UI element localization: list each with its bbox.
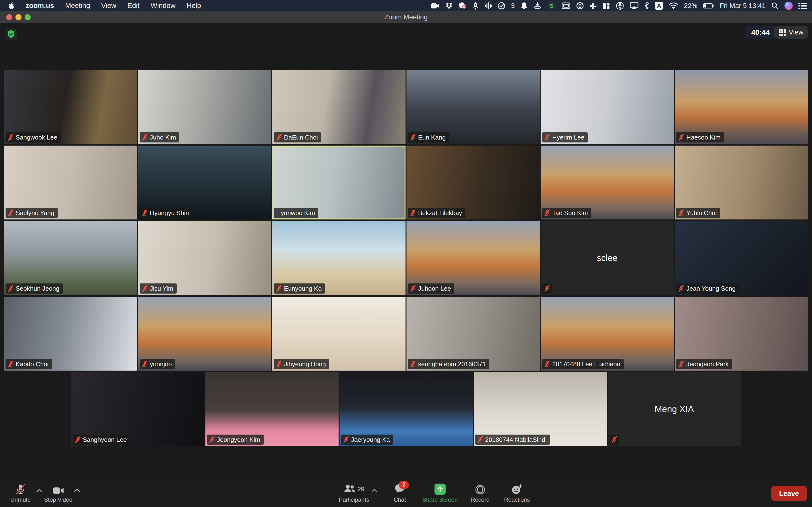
leave-button[interactable]: Leave — [771, 486, 807, 501]
list-menu-icon[interactable] — [799, 1, 807, 10]
participant-tile[interactable]: Jeongeon Park — [675, 297, 808, 371]
chat-button[interactable]: 2 Chat — [386, 484, 414, 503]
participant-tile[interactable]: Eunyoung Ko — [272, 221, 406, 295]
participant-name: Sanghyeon Lee — [83, 436, 127, 444]
dropbox-icon[interactable] — [445, 1, 453, 10]
view-button[interactable]: View — [774, 26, 808, 39]
participant-name-label: Bekzat Tilekbay — [408, 208, 465, 218]
split-layout-icon[interactable] — [603, 1, 610, 10]
record-icon — [475, 484, 485, 495]
participant-tile[interactable]: Sanghyeon Lee — [71, 372, 204, 446]
participant-name: Juhoon Lee — [418, 285, 451, 292]
participant-tile[interactable]: Jeongyeon Kim — [205, 372, 339, 446]
wifi-icon[interactable] — [669, 1, 678, 10]
circle-o-icon[interactable] — [576, 1, 584, 10]
participant-name: Saelyne Yang — [16, 209, 54, 217]
menu-edit[interactable]: Edit — [128, 2, 140, 10]
participant-tile[interactable]: sclee — [541, 221, 674, 295]
chat-notification-icon[interactable]: N — [458, 1, 467, 10]
participant-tile[interactable]: Jaeryoung Ka — [340, 372, 473, 446]
menu-view[interactable]: View — [101, 2, 116, 10]
participant-name: Hyungyu Shin — [150, 209, 189, 217]
participant-tile[interactable]: Sangwook Lee — [4, 70, 137, 144]
audio-waveform-icon[interactable] — [485, 1, 492, 10]
siri-icon[interactable] — [784, 2, 793, 10]
participant-tile[interactable]: Juhoon Lee — [406, 221, 540, 295]
reactions-button[interactable]: Reactions — [503, 484, 531, 503]
check-circle-icon[interactable] — [498, 1, 505, 10]
mic-muted-icon — [75, 436, 81, 443]
chat-badge: 2 — [399, 481, 409, 489]
menu-meeting[interactable]: Meeting — [65, 2, 90, 10]
download-tray-icon[interactable] — [534, 1, 541, 10]
airplay-display-icon[interactable] — [630, 1, 639, 10]
participant-name: Haesoo Kim — [686, 134, 721, 141]
participant-name-label: Jihyeong Hong — [274, 359, 329, 369]
participants-button[interactable]: 29 Participants — [339, 484, 369, 503]
stop-video-label: Stop Video — [44, 496, 72, 503]
menu-window[interactable]: Window — [151, 2, 175, 10]
participant-tile[interactable]: Yubin Choi — [675, 146, 808, 219]
participant-tile[interactable]: seongha eom 20160371 — [406, 297, 540, 371]
mic-muted-icon — [142, 285, 147, 292]
participant-name: seongha eom 20160371 — [418, 360, 486, 368]
participant-tile[interactable]: Saelyne Yang — [4, 146, 137, 219]
participant-tile[interactable]: Hyungyu Shin — [138, 146, 271, 219]
menu-zoom-us[interactable]: zoom.us — [26, 2, 54, 10]
participant-tile[interactable]: Kabdo Choi — [4, 297, 137, 371]
participant-tile[interactable]: Jisu Yim — [138, 221, 271, 295]
video-camera-icon[interactable] — [431, 1, 440, 10]
video-options-chevron[interactable] — [74, 489, 80, 492]
accessibility-icon[interactable] — [616, 1, 624, 10]
participants-options-chevron[interactable] — [371, 489, 377, 492]
bluetooth-icon[interactable] — [644, 1, 649, 10]
menu-help[interactable]: Help — [187, 2, 201, 10]
share-screen-button[interactable]: Share Screen — [422, 484, 458, 503]
participant-tile[interactable]: Haesoo Kim — [675, 70, 808, 144]
input-source-icon[interactable]: A — [655, 2, 663, 10]
spotlight-icon[interactable] — [771, 1, 779, 10]
unmute-button[interactable]: Unmute — [6, 484, 35, 503]
participant-tile[interactable]: Jihyeong Hong — [272, 297, 406, 371]
participant-tile[interactable]: Hyerim Lee — [541, 70, 674, 144]
record-label: Record — [471, 496, 489, 503]
meeting-security-shield[interactable] — [5, 28, 17, 40]
participant-tile[interactable]: 20180744 NabilaSindi — [474, 372, 607, 446]
rocket-icon[interactable] — [472, 1, 479, 10]
participant-tile[interactable]: Seokhun Jeong — [4, 221, 137, 295]
participant-tile[interactable]: Bekzat Tilekbay — [406, 146, 540, 219]
stop-video-button[interactable]: Stop Video — [44, 484, 72, 503]
participant-name-label: Jeongyeon Kim — [207, 435, 264, 445]
participant-tile[interactable]: Meng XIA — [608, 372, 741, 446]
participant-tile[interactable]: DaEun Choi — [272, 70, 406, 144]
participant-name-label: Hyunwoo Kim — [274, 208, 318, 218]
participant-name-label: seongha eom 20160371 — [408, 359, 489, 369]
window-title-bar: Zoom Meeting — [0, 11, 812, 23]
plus-tool-icon[interactable] — [590, 1, 597, 10]
participant-name-label: Kabdo Choi — [6, 359, 52, 369]
participant-name: Hyunwoo Kim — [276, 209, 315, 217]
participant-name-label: Hyungyu Shin — [140, 208, 192, 218]
mic-muted-icon — [8, 360, 13, 368]
chat-label: Chat — [394, 496, 406, 503]
participant-name-label: 20180744 NabilaSindi — [475, 435, 550, 445]
participant-tile[interactable]: 20170488 Lee Euicheon — [541, 297, 674, 371]
gallery-row: Kabdo ChoiyoonjooJihyeong Hongseongha eo… — [4, 297, 808, 371]
participant-name-label: Eunyoung Ko — [274, 283, 325, 294]
participant-name: Eun Kang — [418, 134, 446, 141]
record-button[interactable]: Record — [466, 484, 495, 503]
participant-tile[interactable]: Juho Kim — [138, 70, 271, 144]
participant-tile[interactable]: Tae Soo Kim — [541, 146, 674, 219]
participant-tile[interactable]: Eun Kang — [406, 70, 540, 144]
participant-tile[interactable]: Hyunwoo Kim — [272, 146, 406, 219]
menu-bar-clock[interactable]: Fri Mar 5 13:41 — [720, 2, 766, 10]
apple-logo-icon[interactable] — [8, 1, 14, 10]
check-count: 3 — [511, 2, 515, 10]
window-title: Zoom Meeting — [0, 11, 812, 23]
participant-tile[interactable]: Jean Young Song — [675, 221, 808, 295]
audio-options-chevron[interactable] — [36, 489, 43, 492]
s-app-icon[interactable]: S — [547, 1, 556, 10]
window-capture-icon[interactable] — [562, 1, 570, 10]
bell-icon[interactable] — [520, 1, 528, 10]
participant-tile[interactable]: yoonjoo — [138, 297, 271, 371]
